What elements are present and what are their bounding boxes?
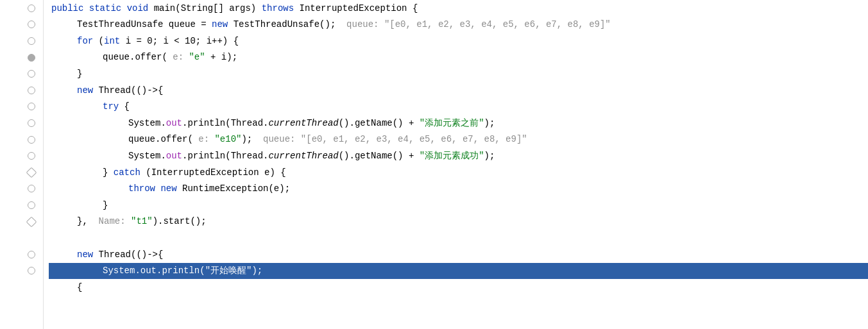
- gutter-icon-diamond: [26, 216, 37, 227]
- code-text: );: [241, 132, 263, 146]
- inline-comment: queue: "[e0, e1, e2, e3, e4, e5, e6, e7,…: [263, 132, 527, 146]
- keyword: void: [127, 1, 154, 15]
- param-hint: Name:: [99, 214, 131, 228]
- code-text: i = 0; i < 10; i++) {: [126, 34, 239, 48]
- field: out: [166, 149, 182, 163]
- gutter-row: [0, 279, 43, 296]
- code-line: }: [49, 197, 868, 214]
- line-gutter: [0, 0, 44, 329]
- keyword: new: [77, 248, 99, 262]
- code-text: },: [77, 214, 99, 228]
- code-line: [49, 230, 868, 246]
- gutter-row: [0, 197, 43, 214]
- keyword: new: [77, 83, 99, 97]
- code-line: }: [49, 65, 868, 82]
- method-name: getName: [355, 116, 393, 130]
- code-line: public static void main(String[] args) t…: [49, 0, 868, 17]
- keyword: new: [160, 181, 182, 196]
- gutter-row: [0, 49, 43, 66]
- string-literal: "t1": [131, 214, 153, 228]
- exception-type: InterruptedException {: [299, 1, 418, 15]
- gutter-icon-diamond: [26, 167, 37, 178]
- code-text: Thread(()->{: [99, 248, 164, 262]
- keyword: public: [51, 1, 89, 15]
- gutter-row: [0, 181, 43, 198]
- code-text: ().: [339, 116, 355, 130]
- code-text: (: [99, 34, 104, 48]
- keyword: for: [77, 34, 99, 48]
- code-text: ).start();: [153, 214, 207, 228]
- code-text: }: [103, 165, 114, 180]
- code-text: () +: [393, 149, 420, 163]
- keyword: int: [104, 34, 126, 48]
- code-text: );: [484, 116, 495, 130]
- gutter-icon: [28, 4, 35, 12]
- code-text: System.: [128, 116, 166, 130]
- gutter-row: [0, 99, 43, 115]
- method-name: println: [187, 149, 225, 163]
- code-text: (InterruptedException e) {: [146, 165, 285, 180]
- string-literal: "e": [189, 50, 205, 64]
- editor: public static void main(String[] args) t…: [0, 0, 868, 329]
- gutter-icon: [28, 251, 35, 258]
- string-literal: "添加元素成功": [420, 149, 484, 163]
- code-line: throw new RuntimeException(e);: [49, 181, 868, 198]
- code-line: try {: [49, 99, 868, 115]
- keyword: try: [103, 99, 124, 114]
- code-line: queue.offer( e: "e10"); queue: "[e0, e1,…: [49, 131, 868, 148]
- code-text: ().: [339, 149, 355, 163]
- method-name: currentThread: [268, 116, 338, 130]
- keyword: throws: [262, 1, 300, 15]
- gutter-icon: [28, 136, 35, 144]
- param-hint: e:: [167, 50, 189, 64]
- param-hint: e:: [193, 132, 215, 146]
- keyword: new: [212, 17, 234, 31]
- code-text: queue.offer(: [103, 50, 167, 64]
- code-text: .: [182, 116, 187, 130]
- code-text: TestThreadUnsafe queue =: [77, 17, 212, 31]
- gutter-row: [0, 263, 43, 280]
- code-line: System.out.println(Thread.currentThread(…: [49, 115, 868, 131]
- gutter-row: [0, 65, 43, 82]
- code-text: }: [103, 198, 108, 212]
- code-text: .println(: [157, 264, 205, 278]
- code-line: for (int i = 0; i < 10; i++) {: [49, 33, 868, 49]
- code-area: public static void main(String[] args) t…: [44, 0, 868, 329]
- gutter-icon: [28, 54, 35, 62]
- code-text: RuntimeException(e);: [182, 181, 290, 196]
- gutter-row: [0, 164, 43, 181]
- code-line: new Thread(()->{: [49, 82, 868, 99]
- gutter-row: [0, 33, 43, 49]
- field: out: [140, 264, 157, 278]
- code-text: .: [182, 149, 187, 163]
- code-text: System.: [103, 264, 140, 278]
- method-name: main(String[] args): [154, 1, 262, 15]
- code-line: } catch (InterruptedException e) {: [49, 164, 868, 181]
- gutter-row: [0, 246, 43, 263]
- gutter-icon: [28, 70, 35, 78]
- gutter-row: [0, 0, 43, 17]
- gutter-icon: [28, 21, 35, 28]
- string-literal: "添加元素之前": [420, 116, 484, 130]
- keyword: static: [89, 1, 127, 15]
- code-text: );: [484, 149, 495, 163]
- code-text: () +: [393, 116, 420, 130]
- gutter-row: [0, 131, 43, 148]
- field: out: [166, 116, 182, 130]
- code-text: System.: [128, 149, 166, 163]
- code-line: System.out.println(Thread.currentThread(…: [49, 148, 868, 164]
- code-line: TestThreadUnsafe queue = new TestThreadU…: [49, 17, 868, 33]
- code-text: Thread(()->{: [99, 83, 164, 97]
- gutter-row: [0, 115, 43, 131]
- method-name: currentThread: [268, 149, 338, 163]
- gutter-row: [0, 82, 43, 99]
- code-text: );: [251, 264, 262, 278]
- gutter-row: [0, 214, 43, 230]
- gutter-icon: [28, 152, 35, 160]
- string-literal: "e10": [214, 132, 241, 146]
- code-line-highlighted: System.out.println("开始唤醒");: [49, 263, 868, 280]
- gutter-icon: [28, 267, 35, 274]
- gutter-icon: [28, 103, 35, 110]
- string-literal: "开始唤醒": [205, 264, 252, 278]
- gutter-icon: [28, 201, 35, 209]
